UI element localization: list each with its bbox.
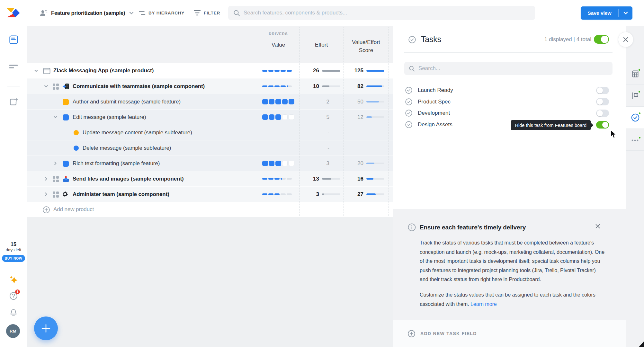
row-label[interactable]: Edit message (sample feature) — [73, 114, 146, 120]
sidebar-features-board-icon[interactable] — [0, 35, 27, 44]
save-view-caret-icon[interactable] — [619, 12, 632, 14]
row-name-cell[interactable]: Author and submit message (sample featur… — [27, 94, 258, 109]
add-fab-button[interactable] — [34, 316, 58, 340]
row-effort-cell[interactable]: 3 — [299, 160, 344, 167]
row-effort-cell[interactable]: 5 — [299, 114, 344, 120]
buy-now-button[interactable]: BUY NOW — [2, 255, 25, 262]
task-toggle[interactable] — [596, 98, 609, 105]
drag-handle-icon[interactable] — [52, 191, 59, 199]
row-effort-cell[interactable]: 10 — [299, 83, 344, 90]
row-effort-cell[interactable]: 3 — [299, 191, 344, 198]
learn-more-link[interactable]: Learn more — [470, 301, 497, 307]
rail-tasks-tab[interactable] — [626, 106, 644, 129]
row-score-cell[interactable]: 125 — [344, 67, 389, 74]
task-toggle[interactable] — [596, 110, 609, 117]
notifications-bell-icon[interactable] — [0, 308, 27, 317]
row-expand-chevron[interactable] — [44, 192, 48, 197]
row-name-cell[interactable]: Administer team (sample component) — [27, 187, 258, 202]
filter-button[interactable]: FILTER — [194, 10, 220, 16]
row-label[interactable]: Administer team (sample component) — [73, 191, 169, 198]
add-new-task-field-button[interactable]: ADD NEW TASK FIELD — [393, 320, 626, 347]
sparkles-icon[interactable] — [0, 276, 27, 285]
row-name-cell[interactable]: Zlack Messaging App (sample product) — [27, 63, 258, 78]
task-toggle[interactable] — [596, 87, 609, 94]
tree-row[interactable]: Send files and images (sample component)… — [27, 171, 393, 186]
user-avatar[interactable]: RM — [6, 324, 20, 338]
row-label[interactable]: Author and submit message (sample featur… — [73, 99, 181, 105]
drag-handle-icon[interactable] — [52, 176, 59, 184]
row-name-cell[interactable]: Rich text formatting (sample feature) — [27, 156, 258, 171]
rail-scores-tab[interactable] — [626, 63, 644, 85]
info-close-icon[interactable] — [595, 224, 600, 230]
row-value-cell[interactable] — [258, 99, 299, 105]
row-value-cell[interactable] — [258, 178, 299, 180]
row-score-cell[interactable]: 27 — [344, 191, 389, 198]
tooltip-text: Hide this task from Features board — [515, 123, 586, 128]
sidebar-hierarchy-icon[interactable] — [0, 63, 27, 70]
tree-row[interactable]: Administer team (sample component) 3 27 — [27, 186, 393, 202]
by-hierarchy-button[interactable]: BY HIERARCHY — [139, 11, 184, 15]
column-header-score[interactable]: Value/Effort Score — [344, 38, 389, 54]
view-switcher[interactable]: Feature prioritization (sample) — [40, 9, 134, 17]
tree-row[interactable]: Communicate with teammates (sample compo… — [27, 78, 393, 94]
row-name-cell[interactable]: Update message content (sample subfeatur… — [27, 125, 258, 140]
productboard-logo[interactable] — [6, 8, 20, 17]
row-name-cell[interactable]: Send files and images (sample component) — [27, 171, 258, 186]
row-label[interactable]: Delete message (sample subfeature) — [83, 145, 171, 151]
task-toggle[interactable] — [596, 121, 609, 129]
sidebar-insights-icon[interactable] — [0, 98, 27, 107]
row-expand-chevron[interactable] — [53, 161, 58, 166]
row-expand-chevron[interactable] — [44, 177, 48, 181]
global-search-input[interactable]: Search features, components & products..… — [228, 6, 535, 20]
row-effort-cell[interactable]: 13 — [299, 176, 344, 182]
row-score-cell[interactable]: 82 — [344, 83, 389, 90]
tasks-master-toggle[interactable] — [594, 35, 609, 44]
tree-row[interactable]: Zlack Messaging App (sample product) 26 … — [27, 63, 393, 78]
row-expand-chevron[interactable] — [53, 115, 58, 120]
row-expand-chevron[interactable] — [34, 68, 38, 73]
save-view-button[interactable]: Save view — [581, 6, 632, 20]
rail-more-tab[interactable] — [626, 129, 644, 150]
row-score-cell[interactable]: 50 — [344, 99, 389, 105]
row-score-cell[interactable]: 20 — [344, 160, 389, 167]
row-effort-cell[interactable]: - — [299, 145, 344, 151]
tasks-search-input[interactable]: Search... — [404, 62, 613, 75]
row-score-cell[interactable]: 16 — [344, 176, 389, 182]
table-header: DRIVERS Value Effort Value/Effort Score — [27, 26, 393, 63]
add-new-product-row[interactable]: Add new product — [27, 202, 393, 217]
row-effort-cell[interactable]: 2 — [299, 99, 344, 105]
task-row-development[interactable]: Development — [404, 107, 613, 119]
row-effort-cell[interactable]: 26 — [299, 67, 344, 74]
row-label[interactable]: Update message content (sample subfeatur… — [83, 129, 192, 136]
row-value-cell[interactable] — [258, 193, 299, 195]
tree-row[interactable]: Delete message (sample subfeature) - — [27, 140, 393, 156]
tree-row[interactable]: Update message content (sample subfeatur… — [27, 125, 393, 140]
row-value-cell[interactable] — [258, 70, 299, 72]
row-label[interactable]: Zlack Messaging App (sample product) — [53, 67, 154, 74]
column-header-effort[interactable]: Effort — [299, 41, 344, 49]
rail-releases-tab[interactable] — [626, 85, 644, 106]
task-row-product-spec[interactable]: Product Spec — [404, 96, 613, 108]
add-new-product-label[interactable]: Add new product — [53, 206, 94, 213]
row-value-cell[interactable] — [258, 85, 299, 87]
row-name-cell[interactable]: Communicate with teammates (sample compo… — [27, 79, 258, 94]
help-icon[interactable]: 1 — [0, 292, 27, 301]
row-expand-chevron[interactable] — [44, 84, 48, 89]
row-effort-cell[interactable]: - — [299, 129, 344, 136]
row-label[interactable]: Send files and images (sample component) — [73, 176, 184, 182]
column-header-value[interactable]: Value — [258, 41, 299, 49]
task-row-launch-ready[interactable]: Launch Ready — [404, 85, 613, 96]
row-value-cell[interactable] — [258, 161, 299, 166]
row-name-cell[interactable]: Edit message (sample feature) — [27, 110, 258, 125]
drag-handle-icon[interactable] — [52, 83, 59, 91]
row-name-cell[interactable]: Delete message (sample subfeature) — [27, 140, 258, 156]
tree-row[interactable]: Author and submit message (sample featur… — [27, 94, 393, 109]
tree-row[interactable]: Rich text formatting (sample feature) 3 … — [27, 156, 393, 171]
row-label[interactable]: Rich text formatting (sample feature) — [73, 160, 160, 167]
row-score-cell[interactable]: 12 — [344, 114, 389, 120]
tree-row[interactable]: Edit message (sample feature) 5 12 — [27, 109, 393, 125]
value-square-segment — [289, 161, 294, 166]
row-label[interactable]: Communicate with teammates (sample compo… — [73, 83, 205, 90]
row-value-cell[interactable] — [258, 114, 299, 120]
close-panel-button[interactable] — [618, 32, 633, 47]
